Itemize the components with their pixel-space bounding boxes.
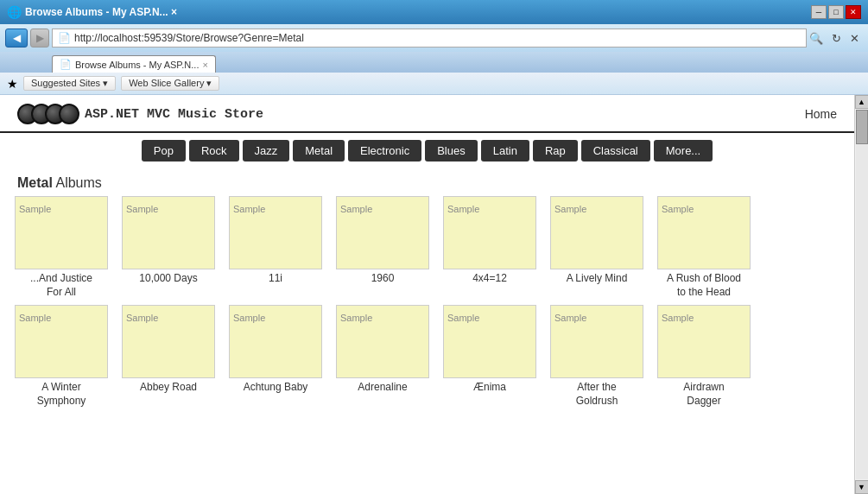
genre-pop[interactable]: Pop — [142, 140, 186, 162]
albums-grid-row1: Sample ...And JusticeFor All Sample 10,0… — [0, 196, 854, 301]
tab-bar: 📄 Browse Albums - My ASP.N... × — [0, 52, 868, 73]
album-cover: Sample — [15, 305, 108, 378]
album-title: Adrenaline — [356, 378, 409, 397]
album-item[interactable]: Sample A Lively Mind — [546, 196, 648, 301]
genre-rap[interactable]: Rap — [533, 140, 578, 162]
album-item[interactable]: Sample AirdrawnDagger — [653, 305, 755, 410]
scroll-track — [856, 110, 868, 479]
album-cover: Sample — [550, 305, 643, 378]
minimize-button[interactable]: ─ — [811, 5, 827, 19]
window-controls: ─ □ ✕ — [811, 5, 861, 19]
genre-heading-rest: Albums — [53, 175, 102, 190]
album-cover: Sample — [443, 196, 536, 269]
sample-label: Sample — [554, 313, 586, 323]
album-title: Achtung Baby — [242, 378, 310, 397]
album-item[interactable]: Sample 1960 — [332, 196, 434, 301]
home-link[interactable]: Home — [805, 107, 837, 121]
album-cover: Sample — [229, 196, 322, 269]
scroll-up-button[interactable]: ▲ — [855, 95, 869, 109]
album-item[interactable]: Sample Abbey Road — [117, 305, 219, 410]
tab-close-button[interactable]: × — [202, 60, 207, 70]
genre-latin[interactable]: Latin — [481, 140, 529, 162]
album-title: 1960 — [370, 269, 396, 288]
logo-area: ASP.NET MVC Music Store — [17, 104, 263, 124]
page-icon: 📄 — [58, 32, 71, 44]
genre-classical[interactable]: Classical — [581, 140, 650, 162]
album-item[interactable]: Sample 11i — [225, 196, 326, 301]
page-area: ASP.NET MVC Music Store Home Pop Rock Ja… — [0, 95, 868, 494]
album-cover: Sample — [336, 305, 429, 378]
genre-rock[interactable]: Rock — [189, 140, 239, 162]
album-title: Ænima — [472, 378, 508, 397]
album-title: AirdrawnDagger — [681, 378, 725, 410]
album-cover: Sample — [657, 196, 751, 269]
album-cover: Sample — [336, 196, 429, 269]
genre-more[interactable]: More... — [654, 140, 713, 162]
albums-grid-row2: Sample A WinterSymphony Sample Abbey Roa… — [0, 301, 854, 410]
back-button[interactable]: ◀ — [5, 28, 28, 48]
album-title: 10,000 Days — [137, 269, 199, 288]
page-heading: Metal Albums — [0, 168, 854, 196]
tab-label: Browse Albums - My ASP.N... — [75, 60, 199, 70]
album-title: 4x4=12 — [471, 269, 509, 288]
genre-metal[interactable]: Metal — [293, 140, 345, 162]
album-cover: Sample — [443, 305, 536, 378]
scroll-thumb[interactable] — [856, 110, 868, 144]
album-cover: Sample — [657, 305, 751, 378]
stop-icon[interactable]: ✕ — [846, 29, 863, 47]
search-icon: 🔍 — [809, 32, 823, 45]
suggested-sites-button[interactable]: Suggested Sites ▾ — [23, 76, 116, 91]
album-title: Abbey Road — [138, 378, 199, 397]
forward-button[interactable]: ▶ — [30, 28, 49, 48]
page-content: ASP.NET MVC Music Store Home Pop Rock Ja… — [0, 95, 854, 494]
sample-label: Sample — [340, 313, 372, 323]
toolbar-icons: ↻ ✕ — [827, 29, 863, 47]
disc-4 — [59, 104, 79, 124]
sample-label: Sample — [19, 313, 51, 323]
sample-label: Sample — [19, 204, 51, 214]
album-item[interactable]: Sample ...And JusticeFor All — [10, 196, 112, 301]
album-cover: Sample — [550, 196, 643, 269]
album-title: A Lively Mind — [565, 269, 630, 288]
maximize-button[interactable]: □ — [828, 5, 844, 19]
close-button[interactable]: ✕ — [846, 5, 861, 19]
address-bar-row: ◀ ▶ 📄 http://localhost:59539/Store/Brows… — [0, 24, 868, 52]
favorites-home-icon[interactable]: ★ — [7, 77, 18, 91]
address-bar[interactable]: 📄 http://localhost:59539/Store/Browse?Ge… — [52, 28, 807, 48]
browser-icon: 🌐 — [7, 5, 22, 19]
window-title-bar: 🌐 Browse Albums - My ASP.N... × ─ □ ✕ — [0, 0, 868, 24]
album-item[interactable]: Sample 10,000 Days — [117, 196, 219, 301]
window-title-text: Browse Albums - My ASP.N... × — [25, 6, 177, 18]
album-title: ...And JusticeFor All — [29, 269, 94, 301]
genre-jazz[interactable]: Jazz — [243, 140, 290, 162]
browser-tab[interactable]: 📄 Browse Albums - My ASP.N... × — [52, 55, 216, 73]
album-cover: Sample — [122, 305, 215, 378]
sample-label: Sample — [340, 204, 372, 214]
sample-label: Sample — [447, 313, 479, 323]
album-item[interactable]: Sample Adrenaline — [332, 305, 434, 410]
album-title: After theGoldrush — [574, 378, 620, 410]
genre-blues[interactable]: Blues — [425, 140, 478, 162]
sample-label: Sample — [233, 313, 265, 323]
album-item[interactable]: Sample 4x4=12 — [439, 196, 541, 301]
sample-label: Sample — [447, 204, 479, 214]
genre-heading-bold: Metal — [17, 175, 53, 190]
site-title: ASP.NET MVC Music Store — [85, 107, 263, 122]
favorites-bar: ★ Suggested Sites ▾ Web Slice Gallery ▾ — [0, 73, 868, 95]
refresh-icon[interactable]: ↻ — [827, 29, 845, 47]
gallery-button[interactable]: Web Slice Gallery ▾ — [121, 76, 219, 91]
logo — [17, 104, 79, 124]
sample-label: Sample — [662, 204, 694, 214]
sample-label: Sample — [554, 204, 586, 214]
genre-electronic[interactable]: Electronic — [348, 140, 421, 162]
album-item[interactable]: Sample Ænima — [439, 305, 541, 410]
album-item[interactable]: Sample A Rush of Bloodto the Head — [653, 196, 755, 301]
album-title: A WinterSymphony — [35, 378, 88, 410]
album-item[interactable]: Sample Achtung Baby — [225, 305, 326, 410]
album-item[interactable]: Sample After theGoldrush — [546, 305, 648, 410]
address-text: http://localhost:59539/Store/Browse?Genr… — [74, 32, 304, 44]
scroll-down-button[interactable]: ▼ — [855, 480, 869, 494]
scrollbar: ▲ ▼ — [854, 95, 868, 494]
sample-label: Sample — [662, 313, 694, 323]
album-item[interactable]: Sample A WinterSymphony — [10, 305, 112, 410]
